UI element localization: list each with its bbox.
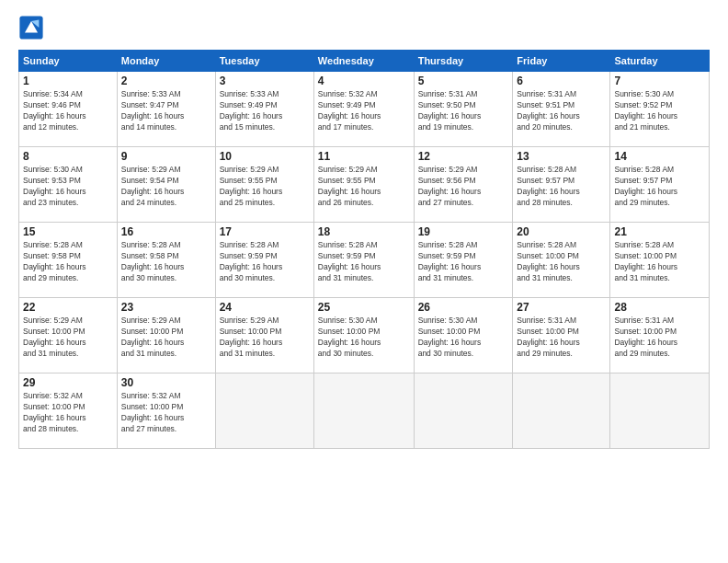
day-number: 26 (418, 301, 509, 314)
day-cell: 3Sunrise: 5:33 AM Sunset: 9:49 PM Daylig… (215, 72, 313, 147)
day-cell: 14Sunrise: 5:28 AM Sunset: 9:57 PM Dayli… (610, 147, 710, 223)
day-number: 9 (121, 150, 211, 163)
day-cell: 25Sunrise: 5:30 AM Sunset: 10:00 PM Dayl… (313, 298, 414, 373)
day-info: Sunrise: 5:32 AM Sunset: 10:00 PM Daylig… (121, 391, 211, 435)
day-info: Sunrise: 5:32 AM Sunset: 10:00 PM Daylig… (23, 391, 113, 435)
col-header-saturday: Saturday (610, 51, 710, 72)
day-number: 11 (318, 150, 410, 163)
day-info: Sunrise: 5:28 AM Sunset: 9:59 PM Dayligh… (220, 240, 310, 284)
day-cell: 30Sunrise: 5:32 AM Sunset: 10:00 PM Dayl… (117, 373, 215, 449)
day-number: 30 (121, 376, 211, 389)
day-info: Sunrise: 5:29 AM Sunset: 9:54 PM Dayligh… (121, 165, 211, 209)
day-number: 19 (418, 225, 509, 238)
day-info: Sunrise: 5:29 AM Sunset: 10:00 PM Daylig… (23, 316, 113, 360)
day-cell: 6Sunrise: 5:31 AM Sunset: 9:51 PM Daylig… (513, 72, 610, 147)
day-info: Sunrise: 5:28 AM Sunset: 9:59 PM Dayligh… (318, 240, 410, 284)
week-row-4: 22Sunrise: 5:29 AM Sunset: 10:00 PM Dayl… (19, 298, 710, 373)
day-info: Sunrise: 5:31 AM Sunset: 9:50 PM Dayligh… (418, 89, 509, 133)
day-cell: 10Sunrise: 5:29 AM Sunset: 9:55 PM Dayli… (215, 147, 313, 223)
day-info: Sunrise: 5:28 AM Sunset: 9:57 PM Dayligh… (614, 165, 705, 209)
calendar-table: SundayMondayTuesdayWednesdayThursdayFrid… (18, 50, 710, 449)
week-row-3: 15Sunrise: 5:28 AM Sunset: 9:58 PM Dayli… (19, 223, 710, 298)
day-info: Sunrise: 5:28 AM Sunset: 9:57 PM Dayligh… (517, 165, 606, 209)
day-number: 8 (23, 150, 113, 163)
day-cell: 21Sunrise: 5:28 AM Sunset: 10:00 PM Dayl… (610, 223, 710, 298)
day-number: 24 (220, 301, 310, 314)
day-cell: 28Sunrise: 5:31 AM Sunset: 10:00 PM Dayl… (610, 298, 710, 373)
day-info: Sunrise: 5:33 AM Sunset: 9:49 PM Dayligh… (220, 89, 310, 133)
week-row-1: 1Sunrise: 5:34 AM Sunset: 9:46 PM Daylig… (19, 72, 710, 147)
day-number: 1 (23, 75, 113, 87)
day-cell: 8Sunrise: 5:30 AM Sunset: 9:53 PM Daylig… (19, 147, 118, 223)
col-header-wednesday: Wednesday (313, 51, 414, 72)
day-info: Sunrise: 5:30 AM Sunset: 9:52 PM Dayligh… (614, 89, 705, 133)
day-number: 28 (614, 301, 705, 314)
col-header-friday: Friday (513, 51, 610, 72)
day-info: Sunrise: 5:30 AM Sunset: 10:00 PM Daylig… (318, 316, 410, 360)
day-cell: 27Sunrise: 5:31 AM Sunset: 10:00 PM Dayl… (513, 298, 610, 373)
day-number: 13 (517, 150, 606, 163)
day-number: 3 (220, 75, 310, 87)
day-info: Sunrise: 5:28 AM Sunset: 9:58 PM Dayligh… (23, 240, 113, 284)
day-cell: 22Sunrise: 5:29 AM Sunset: 10:00 PM Dayl… (19, 298, 118, 373)
page: SundayMondayTuesdayWednesdayThursdayFrid… (0, 0, 728, 458)
day-cell: 29Sunrise: 5:32 AM Sunset: 10:00 PM Dayl… (19, 373, 118, 449)
day-cell: 17Sunrise: 5:28 AM Sunset: 9:59 PM Dayli… (215, 223, 313, 298)
day-number: 22 (23, 301, 113, 314)
day-cell (610, 373, 710, 449)
day-number: 18 (318, 225, 410, 238)
day-number: 6 (517, 75, 606, 87)
day-cell: 24Sunrise: 5:29 AM Sunset: 10:00 PM Dayl… (215, 298, 313, 373)
col-header-thursday: Thursday (414, 51, 513, 72)
day-number: 20 (517, 225, 606, 238)
day-cell (414, 373, 513, 449)
day-cell: 23Sunrise: 5:29 AM Sunset: 10:00 PM Dayl… (117, 298, 215, 373)
day-cell: 15Sunrise: 5:28 AM Sunset: 9:58 PM Dayli… (19, 223, 118, 298)
day-info: Sunrise: 5:28 AM Sunset: 9:58 PM Dayligh… (121, 240, 211, 284)
day-info: Sunrise: 5:31 AM Sunset: 10:00 PM Daylig… (614, 316, 705, 360)
day-number: 5 (418, 75, 509, 87)
day-info: Sunrise: 5:28 AM Sunset: 9:59 PM Dayligh… (418, 240, 509, 284)
day-info: Sunrise: 5:33 AM Sunset: 9:47 PM Dayligh… (121, 89, 211, 133)
day-info: Sunrise: 5:30 AM Sunset: 9:53 PM Dayligh… (23, 165, 113, 209)
day-info: Sunrise: 5:31 AM Sunset: 9:51 PM Dayligh… (517, 89, 606, 133)
col-header-sunday: Sunday (19, 51, 118, 72)
header-row: SundayMondayTuesdayWednesdayThursdayFrid… (19, 51, 710, 72)
logo (18, 15, 48, 40)
day-number: 2 (121, 75, 211, 87)
day-cell: 13Sunrise: 5:28 AM Sunset: 9:57 PM Dayli… (513, 147, 610, 223)
day-info: Sunrise: 5:31 AM Sunset: 10:00 PM Daylig… (517, 316, 606, 360)
day-cell: 5Sunrise: 5:31 AM Sunset: 9:50 PM Daylig… (414, 72, 513, 147)
day-cell: 26Sunrise: 5:30 AM Sunset: 10:00 PM Dayl… (414, 298, 513, 373)
day-number: 29 (23, 376, 113, 389)
day-number: 14 (614, 150, 705, 163)
day-info: Sunrise: 5:29 AM Sunset: 10:00 PM Daylig… (220, 316, 310, 360)
day-info: Sunrise: 5:30 AM Sunset: 10:00 PM Daylig… (418, 316, 509, 360)
day-number: 17 (220, 225, 310, 238)
day-info: Sunrise: 5:29 AM Sunset: 9:56 PM Dayligh… (418, 165, 509, 209)
day-cell: 19Sunrise: 5:28 AM Sunset: 9:59 PM Dayli… (414, 223, 513, 298)
day-cell: 18Sunrise: 5:28 AM Sunset: 9:59 PM Dayli… (313, 223, 414, 298)
day-info: Sunrise: 5:34 AM Sunset: 9:46 PM Dayligh… (23, 89, 113, 133)
day-cell: 7Sunrise: 5:30 AM Sunset: 9:52 PM Daylig… (610, 72, 710, 147)
day-info: Sunrise: 5:32 AM Sunset: 9:49 PM Dayligh… (318, 89, 410, 133)
day-info: Sunrise: 5:29 AM Sunset: 9:55 PM Dayligh… (318, 165, 410, 209)
day-cell: 9Sunrise: 5:29 AM Sunset: 9:54 PM Daylig… (117, 147, 215, 223)
day-number: 16 (121, 225, 211, 238)
day-number: 21 (614, 225, 705, 238)
day-cell (215, 373, 313, 449)
day-number: 27 (517, 301, 606, 314)
day-info: Sunrise: 5:28 AM Sunset: 10:00 PM Daylig… (517, 240, 606, 284)
day-number: 23 (121, 301, 211, 314)
col-header-tuesday: Tuesday (215, 51, 313, 72)
day-number: 15 (23, 225, 113, 238)
day-info: Sunrise: 5:29 AM Sunset: 10:00 PM Daylig… (121, 316, 211, 360)
day-cell: 11Sunrise: 5:29 AM Sunset: 9:55 PM Dayli… (313, 147, 414, 223)
day-number: 7 (614, 75, 705, 87)
logo-icon (18, 15, 44, 40)
day-cell: 4Sunrise: 5:32 AM Sunset: 9:49 PM Daylig… (313, 72, 414, 147)
day-number: 4 (318, 75, 410, 87)
day-number: 12 (418, 150, 509, 163)
day-cell: 2Sunrise: 5:33 AM Sunset: 9:47 PM Daylig… (117, 72, 215, 147)
day-info: Sunrise: 5:29 AM Sunset: 9:55 PM Dayligh… (220, 165, 310, 209)
